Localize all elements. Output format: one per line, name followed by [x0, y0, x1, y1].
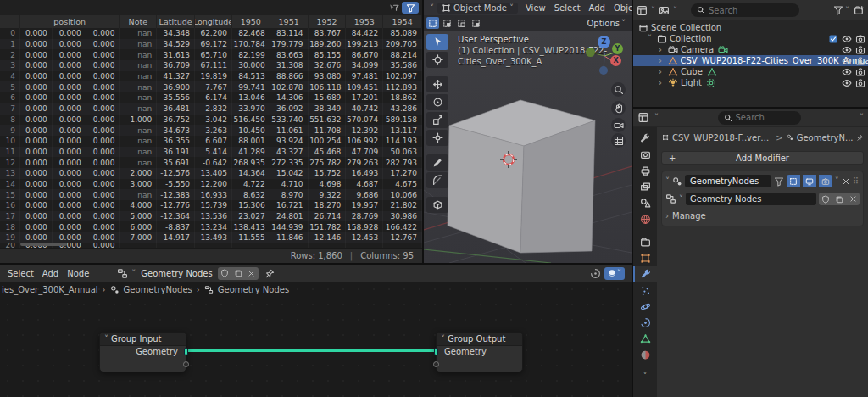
menu-view[interactable]: View	[521, 3, 550, 13]
breadcrumb-object[interactable]: CSV_WUP2018-F..ver_300K_Annual	[672, 133, 772, 143]
table-row[interactable]: 100.0000.0000.000nan36.3556.60788.00193.…	[0, 136, 422, 147]
column-header-1951[interactable]: 1951	[270, 15, 309, 28]
outliner-item-collection[interactable]: ˅Collection	[633, 33, 868, 44]
group-output-node[interactable]: ˅ Group Output Geometry	[436, 332, 523, 372]
close-icon[interactable]	[842, 177, 850, 186]
menu-object[interactable]: Object	[609, 3, 632, 13]
render-camera-icon[interactable]	[855, 67, 865, 77]
properties-tab-viewlayer[interactable]	[633, 179, 657, 195]
properties-tab-data[interactable]	[633, 331, 657, 347]
outliner-item-camera[interactable]: ›Camera	[633, 44, 868, 55]
properties-search-input[interactable]	[736, 113, 795, 122]
eye-icon[interactable]	[842, 67, 852, 77]
properties-tab-constraints[interactable]	[633, 315, 657, 331]
table-row[interactable]: 150.0000.0000.000nan-12.38316.9338.6328.…	[0, 189, 422, 200]
table-row[interactable]: 80.0000.0000.0001.00036.7523.042516.4505…	[0, 115, 422, 126]
table-row[interactable]: 170.0000.0000.0005.000-12.36413.53623.02…	[0, 211, 422, 222]
pin-icon[interactable]	[857, 133, 863, 143]
node-tree-icon[interactable]	[117, 268, 128, 279]
gizmo-z-negative[interactable]	[599, 66, 608, 75]
scale-tool[interactable]	[426, 112, 448, 128]
select-mode-set-button[interactable]	[426, 17, 439, 29]
new-node-group-button[interactable]	[832, 193, 846, 205]
select-mode-extend-button[interactable]	[441, 17, 453, 29]
breadcrumb-data[interactable]: GeometryN...	[797, 133, 854, 143]
gizmo-y-axis[interactable]: Y	[612, 43, 623, 54]
table-row[interactable]: 130.0000.0000.0002.000-12.57613.40514.36…	[0, 168, 422, 179]
chevron-down-icon[interactable]: ˅	[835, 176, 839, 186]
collapse-caret-icon[interactable]: ˅	[104, 334, 108, 344]
table-row[interactable]: 30.0000.0000.000nan36.70967.11130.00031.…	[0, 60, 422, 71]
eye-icon[interactable]	[842, 45, 852, 55]
annotate-tool[interactable]	[426, 154, 448, 171]
outliner-item-scene-collection[interactable]: Scene Collection	[633, 22, 868, 33]
drag-handle-icon[interactable]: ⠿	[853, 176, 860, 186]
properties-tab-collection[interactable]	[633, 234, 657, 250]
table-row[interactable]: 140.0000.0000.0003.000-5.55012.2004.7224…	[0, 179, 422, 190]
properties-tab-modifier[interactable]	[633, 266, 657, 282]
unlink-button[interactable]	[846, 193, 860, 205]
column-header-latitude[interactable]: Latitude	[157, 15, 195, 28]
column-header-1950[interactable]: 1950	[232, 15, 270, 28]
menu-select[interactable]: Select	[550, 3, 585, 13]
group-input-node[interactable]: ˅ Group Input Geometry	[99, 332, 186, 372]
table-row[interactable]: 20.0000.0000.000nan31.61365.71082.19983.…	[0, 49, 422, 60]
new-collection-icon[interactable]	[854, 5, 865, 16]
virtual-input-socket[interactable]	[433, 361, 439, 367]
properties-tab-material[interactable]	[633, 347, 657, 363]
collapse-caret-icon[interactable]: ˅	[665, 176, 670, 186]
add-cube-tool[interactable]	[426, 197, 448, 213]
properties-tab-output[interactable]	[633, 163, 657, 179]
geometry-output-socket[interactable]	[184, 348, 188, 355]
gizmo-x-axis[interactable]: X	[610, 55, 621, 66]
edit-mode-display-icon[interactable]	[774, 176, 784, 187]
fake-user-button[interactable]	[218, 267, 231, 280]
display-render-toggle[interactable]	[819, 175, 832, 187]
add-modifier-button[interactable]: + Add Modifier	[661, 151, 864, 165]
table-row[interactable]: 60.0000.0000.000nan35.5566.17413.04614.3…	[0, 92, 422, 103]
select-box-tool[interactable]	[426, 34, 448, 50]
zoom-view-button[interactable]	[611, 82, 626, 97]
gizmo-z-axis[interactable]: Z	[598, 36, 610, 48]
display-realtime-toggle[interactable]	[803, 175, 816, 187]
filter-arrow-icon[interactable]	[388, 3, 399, 14]
pin-icon[interactable]	[265, 269, 275, 278]
table-row[interactable]: 50.0000.0000.000nan36.9007.76799.741102.…	[0, 81, 422, 92]
node-group-field[interactable]: Geometry Nodes	[686, 193, 816, 205]
select-mode-subtract-button[interactable]	[455, 17, 468, 29]
editor-type-properties-icon[interactable]	[637, 112, 649, 123]
eye-icon[interactable]	[842, 78, 852, 88]
mode-selector[interactable]: Object Mode ˅	[437, 3, 518, 14]
properties-tab-object[interactable]	[633, 250, 657, 266]
options-dropdown[interactable]: Options ˅	[587, 19, 629, 28]
eye-icon[interactable]	[842, 56, 852, 66]
properties-tab-render[interactable]	[633, 147, 657, 163]
properties-tab-world[interactable]	[633, 211, 657, 227]
rotate-tool[interactable]	[426, 94, 448, 110]
menu-node[interactable]: Node	[63, 269, 93, 278]
expand-caret-icon[interactable]: ›	[659, 56, 666, 65]
spreadsheet-column-headers[interactable]: positionNoteLatitudeLongitude19501951195…	[0, 15, 422, 28]
node-tree-icon[interactable]	[665, 193, 676, 204]
manage-subpanel[interactable]: › Manage	[665, 210, 860, 222]
editor-type-outliner-icon[interactable]	[637, 5, 648, 16]
table-row[interactable]: 00.0000.0000.000nan34.34862.20082.46883.…	[0, 28, 422, 39]
menu-select[interactable]: Select	[3, 269, 38, 278]
node-canvas[interactable]	[0, 282, 632, 397]
cursor-3d-tool[interactable]	[426, 52, 448, 68]
gizmo-y-negative[interactable]	[586, 48, 595, 57]
measure-tool[interactable]	[426, 172, 448, 188]
column-header-note[interactable]: Note	[120, 15, 157, 28]
menu-add[interactable]: Add	[38, 269, 63, 278]
pan-view-button[interactable]	[611, 101, 626, 115]
table-row[interactable]: 40.0000.0000.000nan41.32719.81984.51388.…	[0, 71, 422, 82]
unlink-button[interactable]	[245, 267, 259, 280]
column-header-1954[interactable]: 1954	[383, 15, 422, 28]
default-cube[interactable]	[448, 100, 595, 253]
group-input-header[interactable]: ˅ Group Input	[100, 333, 186, 346]
display-mode-icon[interactable]	[659, 5, 670, 16]
geometry-input-socket[interactable]	[434, 348, 438, 355]
outliner-item-csv-wup2018-f22-cities-over-30[interactable]: ›CSV_WUP2018-F22-Cities_Over_300K_Annual…	[633, 55, 868, 66]
new-tree-button[interactable]	[231, 267, 245, 280]
display-editmode-toggle[interactable]	[787, 175, 800, 187]
